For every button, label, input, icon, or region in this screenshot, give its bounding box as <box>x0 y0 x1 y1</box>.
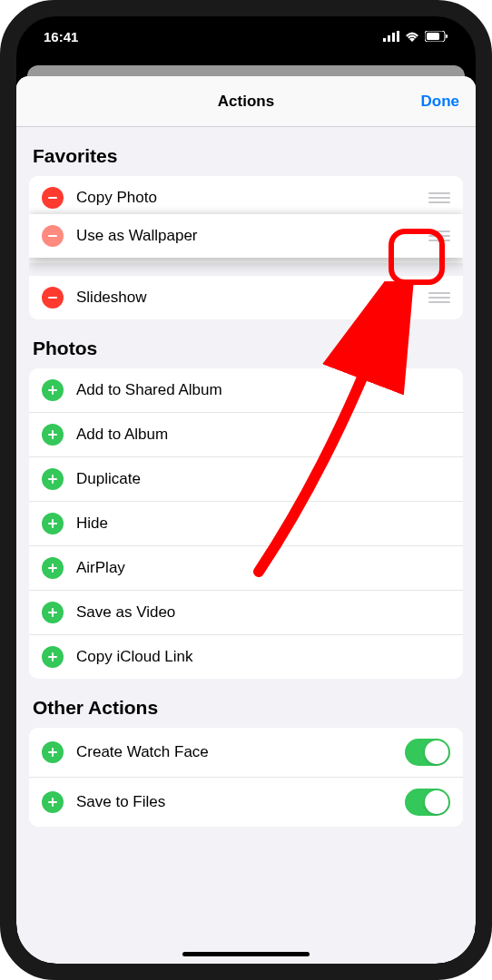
notch <box>151 16 341 44</box>
photos-group: Add to Shared Album Add to Album Duplica… <box>29 368 463 679</box>
signal-icon <box>383 29 399 44</box>
drag-handle-icon[interactable] <box>428 190 450 206</box>
drag-handle-icon[interactable] <box>428 289 450 306</box>
add-icon[interactable] <box>42 791 64 813</box>
add-icon[interactable] <box>42 424 64 446</box>
phone-frame: 16:41 Actions Done <box>0 0 492 980</box>
home-indicator[interactable] <box>182 952 310 956</box>
photos-row-airplay[interactable]: AirPlay <box>29 546 463 591</box>
favorites-group: Copy Photo Use as Wallpaper Slideshow <box>29 176 463 319</box>
favorites-row-slideshow[interactable]: Slideshow <box>29 276 463 319</box>
remove-icon[interactable] <box>42 287 64 309</box>
battery-icon <box>425 29 448 44</box>
content-scroll[interactable]: Favorites Copy Photo Use as Wallpaper <box>16 127 476 964</box>
row-label: Add to Shared Album <box>76 381 450 399</box>
remove-icon[interactable] <box>42 187 64 209</box>
photos-row-duplicate[interactable]: Duplicate <box>29 457 463 502</box>
favorites-row-use-as-wallpaper[interactable]: Use as Wallpaper <box>29 214 463 258</box>
other-group: Create Watch Face Save to Files <box>29 728 463 827</box>
toggle-switch[interactable] <box>405 789 450 816</box>
photos-row-add-shared-album[interactable]: Add to Shared Album <box>29 368 463 413</box>
svg-rect-3 <box>397 31 399 42</box>
row-label: Create Watch Face <box>76 743 405 761</box>
svg-rect-0 <box>383 38 386 42</box>
photos-row-hide[interactable]: Hide <box>29 502 463 546</box>
add-icon[interactable] <box>42 602 64 623</box>
photos-row-copy-icloud[interactable]: Copy iCloud Link <box>29 635 463 679</box>
done-button[interactable]: Done <box>405 93 459 111</box>
row-label: Duplicate <box>76 470 450 488</box>
other-row-save-files[interactable]: Save to Files <box>29 778 463 827</box>
actions-sheet: Actions Done Favorites Copy Photo U <box>16 76 476 964</box>
other-row-watch-face[interactable]: Create Watch Face <box>29 728 463 778</box>
row-label: Use as Wallpaper <box>76 227 428 245</box>
row-label: Slideshow <box>76 289 428 307</box>
row-label: Add to Album <box>76 426 450 444</box>
remove-icon[interactable] <box>42 225 64 247</box>
row-label: AirPlay <box>76 559 450 577</box>
add-icon[interactable] <box>42 468 64 490</box>
section-favorites-header: Favorites <box>16 127 476 176</box>
favorites-row-copy-photo[interactable]: Copy Photo <box>29 176 463 220</box>
status-time: 16:41 <box>44 29 78 44</box>
row-label: Save as Video <box>76 603 450 622</box>
svg-rect-5 <box>427 33 439 40</box>
section-other-header: Other Actions <box>16 679 476 728</box>
row-label: Save to Files <box>76 793 405 811</box>
svg-rect-2 <box>392 33 395 42</box>
svg-rect-6 <box>446 34 448 38</box>
add-icon[interactable] <box>42 646 64 668</box>
add-icon[interactable] <box>42 557 64 579</box>
add-icon[interactable] <box>42 741 64 763</box>
drag-handle-icon[interactable] <box>428 228 450 244</box>
add-icon[interactable] <box>42 379 64 401</box>
section-photos-header: Photos <box>16 319 476 368</box>
nav-title: Actions <box>218 93 274 111</box>
row-label: Hide <box>76 514 450 533</box>
photos-row-save-video[interactable]: Save as Video <box>29 591 463 635</box>
svg-rect-1 <box>388 35 390 42</box>
toggle-switch[interactable] <box>405 739 450 766</box>
add-icon[interactable] <box>42 513 64 534</box>
nav-header: Actions Done <box>16 76 476 127</box>
photos-row-add-album[interactable]: Add to Album <box>29 413 463 457</box>
row-label: Copy iCloud Link <box>76 648 450 666</box>
row-label: Copy Photo <box>76 189 428 207</box>
wifi-icon <box>405 29 419 44</box>
